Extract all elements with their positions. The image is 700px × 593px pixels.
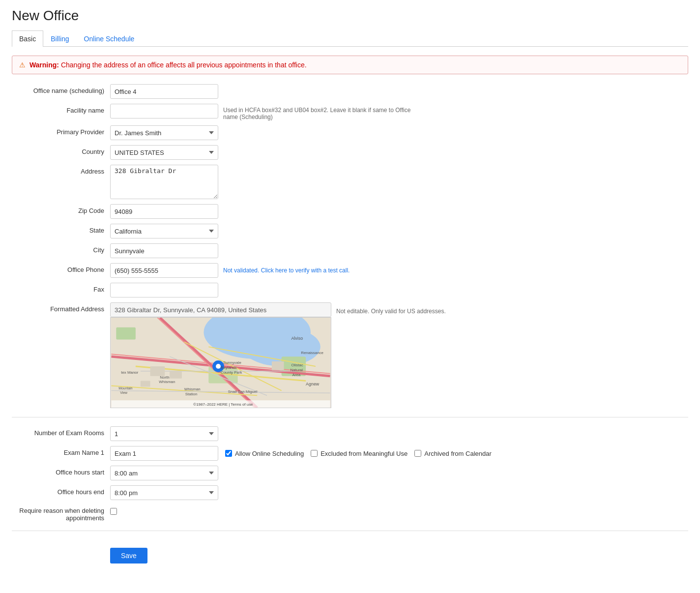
svg-text:©1987–2022 HERE | Terms of use: ©1987–2022 HERE | Terms of use — [193, 402, 253, 407]
svg-text:Whisman: Whisman — [184, 387, 201, 391]
facility-name-input[interactable] — [110, 104, 218, 119]
svg-rect-20 — [272, 361, 284, 370]
office-hours-end-label: Office hours end — [12, 485, 110, 496]
primary-provider-row: Primary Provider Dr. James Smith — [12, 125, 688, 140]
address-textarea[interactable]: 328 Gibraltar Dr — [110, 165, 218, 199]
tab-basic[interactable]: Basic — [12, 30, 43, 47]
zip-code-input[interactable] — [110, 204, 218, 219]
svg-text:County Park: County Park — [221, 370, 242, 375]
exam-name-container: Allow Online Scheduling Excluded from Me… — [110, 446, 492, 461]
address-row: Address 328 Gibraltar Dr — [12, 165, 688, 199]
country-select[interactable]: UNITED STATES — [110, 145, 218, 160]
facility-name-hint: Used in HCFA box#32 and UB04 box#2. Leav… — [223, 104, 420, 120]
warning-text: Changing the address of an office affect… — [61, 61, 307, 69]
office-name-label: Office name (scheduling) — [12, 84, 110, 94]
excluded-meaningful-use-group: Excluded from Meaningful Use — [311, 450, 408, 457]
formatted-address-hint: Not editable. Only valid for US addresse… — [336, 305, 446, 315]
formatted-address-top: Not editable. Only valid for US addresse… — [110, 302, 446, 317]
exam-rooms-label: Number of Exam Rooms — [12, 426, 110, 437]
formatted-address-container: Not editable. Only valid for US addresse… — [110, 302, 446, 408]
allow-online-scheduling-checkbox[interactable] — [225, 450, 232, 457]
office-phone-row: Office Phone Not validated. Click here t… — [12, 263, 688, 278]
map-svg: Alviso Renaissance Sunnyvale Baylands Co… — [111, 318, 331, 408]
primary-provider-label: Primary Provider — [12, 125, 110, 136]
svg-text:Station: Station — [185, 392, 198, 396]
svg-text:Snail San Miguel: Snail San Miguel — [228, 389, 258, 394]
form-section-lower: Number of Exam Rooms 1 2 3 4 5 Exam Name… — [12, 426, 688, 522]
svg-text:Baylands: Baylands — [221, 365, 237, 370]
excluded-meaningful-use-label: Excluded from Meaningful Use — [321, 450, 408, 457]
svg-text:Agnew: Agnew — [306, 382, 320, 386]
city-label: City — [12, 243, 110, 254]
country-label: Country — [12, 145, 110, 155]
office-hours-start-select[interactable]: 6:00 am 7:00 am 8:00 am 9:00 am 10:00 am — [110, 466, 218, 480]
svg-rect-19 — [141, 381, 150, 387]
svg-text:Mountain: Mountain — [118, 386, 133, 390]
state-label: State — [12, 224, 110, 234]
form-section-basic: Office name (scheduling) Facility name U… — [12, 84, 688, 408]
warning-icon: ⚠ — [19, 61, 26, 69]
require-reason-label: Require reason when deleting appointment… — [12, 505, 110, 522]
svg-text:Sunnyvale: Sunnyvale — [223, 360, 242, 365]
page-title: New Office — [12, 8, 688, 24]
city-row: City — [12, 243, 688, 258]
allow-online-scheduling-label: Allow Online Scheduling — [235, 450, 304, 457]
exam-rooms-select[interactable]: 1 2 3 4 5 — [110, 426, 218, 441]
office-hours-end-row: Office hours end 5:00 pm 6:00 pm 7:00 pm… — [12, 485, 688, 500]
formatted-address-input — [110, 302, 331, 317]
exam-name-label: Exam Name 1 — [12, 446, 110, 456]
phone-verify-link[interactable]: Not validated. Click here to verify with… — [223, 263, 350, 274]
zip-code-label: Zip Code — [12, 204, 110, 214]
formatted-address-row: Formatted Address Not editable. Only val… — [12, 302, 688, 408]
primary-provider-select[interactable]: Dr. James Smith — [110, 125, 218, 140]
archived-from-calendar-checkbox[interactable] — [414, 450, 421, 457]
exam-rooms-row: Number of Exam Rooms 1 2 3 4 5 — [12, 426, 688, 441]
svg-text:North: North — [160, 375, 169, 380]
exam-name-row: Exam Name 1 Allow Online Scheduling Excl… — [12, 446, 688, 461]
office-hours-start-row: Office hours start 6:00 am 7:00 am 8:00 … — [12, 466, 688, 480]
allow-online-scheduling-group: Allow Online Scheduling — [225, 450, 304, 457]
office-name-input[interactable] — [110, 84, 218, 99]
office-phone-label: Office Phone — [12, 263, 110, 273]
svg-text:Area: Area — [292, 373, 300, 377]
svg-text:Olistac: Olistac — [291, 363, 303, 367]
country-row: Country UNITED STATES — [12, 145, 688, 160]
fax-input[interactable] — [110, 283, 218, 297]
svg-text:Natural: Natural — [290, 368, 303, 372]
warning-box: ⚠ Warning: Changing the address of an of… — [12, 56, 688, 74]
section-divider — [12, 417, 688, 417]
state-select[interactable]: California — [110, 224, 218, 238]
svg-text:Alviso: Alviso — [291, 336, 303, 341]
fax-label: Fax — [12, 283, 110, 293]
archived-from-calendar-label: Archived from Calendar — [424, 450, 492, 457]
office-hours-end-select[interactable]: 5:00 pm 6:00 pm 7:00 pm 8:00 pm 9:00 pm — [110, 485, 218, 500]
svg-point-22 — [216, 364, 221, 369]
office-phone-input[interactable] — [110, 263, 218, 278]
svg-text:View: View — [120, 391, 127, 394]
formatted-address-label: Formatted Address — [12, 302, 110, 313]
archived-from-calendar-group: Archived from Calendar — [414, 450, 492, 457]
svg-text:tex Manor: tex Manor — [121, 370, 139, 375]
tab-bar: Basic Billing Online Schedule — [12, 30, 688, 47]
svg-rect-4 — [116, 327, 136, 340]
excluded-meaningful-use-checkbox[interactable] — [311, 450, 318, 457]
map-container: Alviso Renaissance Sunnyvale Baylands Co… — [110, 317, 331, 408]
tab-online-schedule[interactable]: Online Schedule — [77, 30, 142, 47]
exam-name-input[interactable] — [110, 446, 218, 461]
city-input[interactable] — [110, 243, 218, 258]
address-label: Address — [12, 165, 110, 175]
save-button[interactable]: Save — [110, 548, 147, 563]
facility-name-row: Facility name Used in HCFA box#32 and UB… — [12, 104, 688, 120]
office-hours-start-label: Office hours start — [12, 466, 110, 476]
require-reason-checkbox[interactable] — [110, 508, 117, 515]
office-name-row: Office name (scheduling) — [12, 84, 688, 99]
svg-text:Renaissance: Renaissance — [301, 351, 323, 355]
facility-name-label: Facility name — [12, 104, 110, 114]
zip-code-row: Zip Code — [12, 204, 688, 219]
svg-rect-18 — [170, 371, 182, 379]
form-bottom-divider — [12, 531, 688, 531]
require-reason-row: Require reason when deleting appointment… — [12, 505, 688, 522]
tab-billing[interactable]: Billing — [43, 30, 76, 47]
warning-label: Warning: — [29, 61, 59, 69]
state-row: State California — [12, 224, 688, 238]
